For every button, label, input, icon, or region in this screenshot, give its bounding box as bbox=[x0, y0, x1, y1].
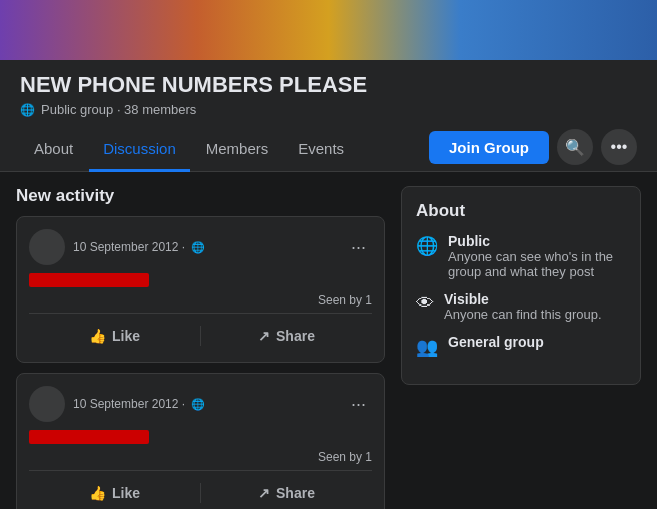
eye-icon: 👁 bbox=[416, 293, 434, 314]
group-meta-text: Public group · 38 members bbox=[41, 102, 196, 117]
share-icon: ↗ bbox=[258, 328, 270, 344]
about-visible-desc: Anyone can find this group. bbox=[444, 307, 602, 322]
like-icon: 👍 bbox=[89, 328, 106, 344]
search-button[interactable]: 🔍 bbox=[557, 129, 593, 165]
more-icon: ••• bbox=[611, 138, 628, 156]
group-icon: 👥 bbox=[416, 336, 438, 358]
about-column: About 🌐 Public Anyone can see who's in t… bbox=[401, 186, 641, 509]
post-meta: 10 September 2012 · 🌐 bbox=[73, 240, 205, 254]
group-title: NEW PHONE NUMBERS PLEASE bbox=[20, 72, 637, 98]
more-options-button[interactable]: ••• bbox=[601, 129, 637, 165]
post-more-button[interactable]: ··· bbox=[345, 392, 372, 417]
globe-icon: 🌐 bbox=[416, 235, 438, 257]
search-icon: 🔍 bbox=[565, 138, 585, 157]
nav-tabs: About Discussion Members Events bbox=[20, 127, 358, 171]
tab-about[interactable]: About bbox=[20, 128, 87, 172]
post-header: 10 September 2012 · 🌐 ··· bbox=[29, 229, 372, 265]
post-card: 10 September 2012 · 🌐 ··· Seen by 1 👍 Li… bbox=[16, 216, 385, 363]
about-item-visible: 👁 Visible Anyone can find this group. bbox=[416, 291, 626, 322]
share-button[interactable]: ↗ Share bbox=[201, 479, 372, 507]
post-more-button[interactable]: ··· bbox=[345, 235, 372, 260]
about-public-desc: Anyone can see who's in the group and wh… bbox=[448, 249, 626, 279]
post-actions: 👍 Like ↗ Share bbox=[29, 313, 372, 350]
share-icon: ↗ bbox=[258, 485, 270, 501]
post-card: 10 September 2012 · 🌐 ··· Seen by 1 👍 Li… bbox=[16, 373, 385, 509]
like-icon: 👍 bbox=[89, 485, 106, 501]
like-label: Like bbox=[112, 328, 140, 344]
share-button[interactable]: ↗ Share bbox=[201, 322, 372, 350]
post-meta: 10 September 2012 · 🌐 bbox=[73, 397, 205, 411]
avatar bbox=[29, 229, 65, 265]
tab-events[interactable]: Events bbox=[284, 128, 358, 172]
about-title: About bbox=[416, 201, 626, 221]
post-privacy-icon: 🌐 bbox=[191, 241, 205, 254]
post-date: 10 September 2012 · bbox=[73, 397, 185, 411]
seen-by-count: Seen by 1 bbox=[29, 450, 372, 464]
globe-meta-icon: 🌐 bbox=[20, 103, 35, 117]
group-header: NEW PHONE NUMBERS PLEASE 🌐 Public group … bbox=[0, 60, 657, 172]
redacted-content bbox=[29, 273, 149, 287]
post-header: 10 September 2012 · 🌐 ··· bbox=[29, 386, 372, 422]
group-meta: 🌐 Public group · 38 members bbox=[20, 102, 637, 117]
like-label: Like bbox=[112, 485, 140, 501]
main-content: New activity 10 September 2012 · 🌐 ··· S… bbox=[0, 172, 657, 509]
feed-section-title: New activity bbox=[16, 186, 385, 206]
seen-by-count: Seen by 1 bbox=[29, 293, 372, 307]
like-button[interactable]: 👍 Like bbox=[29, 479, 200, 507]
tab-members[interactable]: Members bbox=[192, 128, 283, 172]
feed-column: New activity 10 September 2012 · 🌐 ··· S… bbox=[16, 186, 385, 509]
group-banner bbox=[0, 0, 657, 60]
about-general-label: General group bbox=[448, 334, 544, 350]
post-privacy-icon: 🌐 bbox=[191, 398, 205, 411]
post-actions: 👍 Like ↗ Share bbox=[29, 470, 372, 507]
nav-actions: Join Group 🔍 ••• bbox=[429, 129, 637, 169]
about-public-label: Public bbox=[448, 233, 626, 249]
share-label: Share bbox=[276, 485, 315, 501]
share-label: Share bbox=[276, 328, 315, 344]
nav-bar: About Discussion Members Events Join Gro… bbox=[20, 127, 637, 171]
about-item-general: 👥 General group bbox=[416, 334, 626, 358]
post-author-area: 10 September 2012 · 🌐 bbox=[29, 229, 205, 265]
about-card: About 🌐 Public Anyone can see who's in t… bbox=[401, 186, 641, 385]
post-author-area: 10 September 2012 · 🌐 bbox=[29, 386, 205, 422]
join-group-button[interactable]: Join Group bbox=[429, 131, 549, 164]
like-button[interactable]: 👍 Like bbox=[29, 322, 200, 350]
redacted-content bbox=[29, 430, 149, 444]
about-item-public: 🌐 Public Anyone can see who's in the gro… bbox=[416, 233, 626, 279]
post-date: 10 September 2012 · bbox=[73, 240, 185, 254]
avatar bbox=[29, 386, 65, 422]
about-visible-label: Visible bbox=[444, 291, 602, 307]
tab-discussion[interactable]: Discussion bbox=[89, 128, 190, 172]
